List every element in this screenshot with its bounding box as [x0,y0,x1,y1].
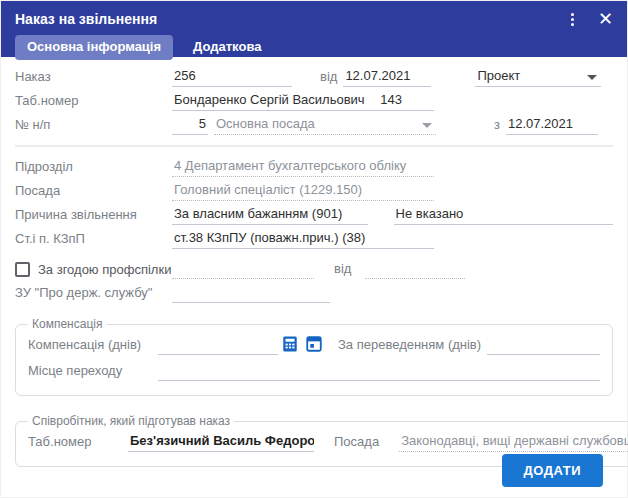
dialog-title: Наказ на звільнення [15,11,562,27]
compensation-days-input[interactable] [158,351,278,355]
compensation-legend: Компенсація [28,317,106,331]
dialog-header: Наказ на звільнення ✕ Основна інформація… [1,1,627,57]
union-date-input[interactable] [365,275,465,279]
npp-label: № н/п [15,117,172,135]
order-date-input[interactable]: 12.07.2021 [343,68,431,87]
union-checkbox[interactable] [15,262,30,277]
preparer-name-input[interactable]: Без'язичний Василь Федорович [128,433,314,452]
compensation-group: Компенсація Компенсація (днів) [15,317,613,396]
order-label: Наказ [15,69,172,87]
preparer-legend: Співробітник, який підготував наказ [28,414,234,428]
preparer-tab-label: Таб.номер [28,434,128,452]
since-date-input[interactable]: 12.07.2021 [506,116,598,135]
reason-extra-input[interactable]: Не вказано [394,206,613,225]
law-input[interactable] [172,299,330,303]
order-from-label: від [314,69,343,87]
tab-main-info[interactable]: Основна інформація [15,35,173,60]
transfer-place-input[interactable] [158,377,600,381]
compensation-days-label: Компенсація (днів) [28,337,158,355]
dropdown-arrow-icon [587,75,597,80]
position-type-select[interactable]: Основна посада [214,116,436,135]
preparer-position-field: Законодавці, вищі державні службовці [399,433,628,452]
reason-input[interactable]: За власним бажанням (901) [172,206,368,225]
form-body: Наказ 256 від 12.07.2021 Проект Таб.номе… [1,57,627,467]
section-divider [15,145,613,147]
order-number-input[interactable]: 256 [172,68,292,87]
transfer-days-label: За переведенням (днів) [332,337,487,355]
order-status-select[interactable]: Проект [475,68,601,87]
position-field: Головний спеціаліст (1229.150) [172,182,434,201]
department-label: Підрозділ [15,159,172,177]
tab-additional[interactable]: Додаткова [181,35,273,60]
npp-input[interactable]: 5 [172,116,208,135]
employee-tab-number: 143 [380,92,402,107]
reason-label: Причина звільнення [15,207,172,225]
dropdown-arrow-icon [422,123,432,128]
union-number-input[interactable] [172,275,314,279]
calendar-icon[interactable] [305,335,323,353]
dismissal-order-dialog: Наказ на звільнення ✕ Основна інформація… [0,0,628,498]
union-from-label: від [328,261,357,279]
kebab-menu-icon[interactable] [562,9,584,29]
article-input[interactable]: ст.38 КЗпПУ (поважн.прич.) (38) [172,230,434,249]
calculator-icon[interactable] [281,335,299,353]
close-icon[interactable]: ✕ [598,10,613,28]
tab-number-label: Таб.номер [15,93,172,111]
position-label: Посада [15,183,172,201]
employee-name-input[interactable]: Бондаренко Сергій Васильович 143 [172,92,434,111]
add-button[interactable]: ДОДАТИ [502,454,604,487]
since-label: з [488,117,506,135]
article-label: Ст.і п. КЗпП [15,231,172,249]
transfer-days-input[interactable] [487,351,600,355]
department-field: 4 Департамент бухгалтерського обліку [172,158,434,177]
law-label: ЗУ "Про держ. службу" [15,285,172,303]
preparer-position-label: Посада [328,434,385,452]
union-checkbox-label: За згодою профспілки [38,262,171,277]
transfer-place-label: Місце переходу [28,363,158,381]
